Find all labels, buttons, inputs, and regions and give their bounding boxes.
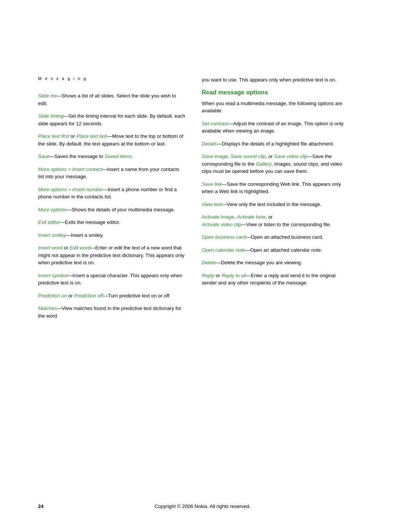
entry-slide-list: Slide list—Shows a list of all slides. S… (38, 92, 186, 107)
text-activate: —View or listen to the corresponding fil… (241, 222, 331, 227)
label-reply-to-all: Reply to all (221, 273, 246, 278)
entry-view-text: View text—View only the text included in… (202, 201, 350, 208)
label-prediction-off: Prediction off (74, 293, 103, 299)
label-slide-timing: Slide timing (38, 113, 64, 119)
entry-open-calendar-note: Open calendar note—Open an attached cale… (202, 246, 350, 254)
text-matches: —View matches found in the predictive te… (38, 305, 181, 319)
text-or-save: , or (266, 153, 274, 159)
entry-save-image: Save image, Save sound clip, or Save vid… (202, 153, 350, 175)
label-more-options: More options (38, 207, 67, 212)
label-save-sound-clip: Save sound clip (231, 153, 266, 159)
text-comma-1: , (228, 153, 231, 159)
label-place-text-first: Place text first (38, 133, 69, 139)
entry-more-options-insert-number: More options > Insert number—Insert a ph… (38, 186, 186, 201)
text-open-calendar-note: —Open an attached calendar note. (245, 247, 322, 253)
text-slide-list: —Shows a list of all slides. Select the … (38, 93, 176, 106)
text-prediction: —Turn predictive text on or off. (103, 293, 171, 299)
label-insert-word: Insert word (38, 245, 62, 251)
entry-slide-timing: Slide timing—Set the timing interval for… (38, 112, 186, 127)
label-exit-editor: Exit editor (38, 219, 60, 225)
text-comma-2: , (234, 214, 237, 220)
text-exit-editor: —Exits the message editor. (60, 219, 120, 225)
entry-continuation: you want to use. This appears only when … (202, 76, 350, 84)
section-header: M e s s a g i n g (38, 76, 186, 81)
label-activate-image: Activate image (202, 214, 234, 220)
text-or-reply: or (214, 273, 221, 278)
text-continuation: you want to use. This appears only when … (202, 77, 336, 83)
entry-set-contrast: Set contrast—Adjust the contrast of an i… (202, 120, 350, 135)
text-insert-smiley: —Insert a smiley. (66, 232, 104, 238)
text-comma-or: , or (266, 214, 273, 220)
text-intro: When you read a multimedia message, the … (202, 101, 342, 114)
label-insert-symbol: Insert symbol (38, 273, 67, 278)
entry-delete: Delete—Delete the message you are viewin… (202, 259, 350, 267)
label-more-options-insert-number: More options > Insert number (38, 187, 103, 192)
entry-exit-editor: Exit editor—Exits the message editor. (38, 219, 186, 226)
text-or-1: or (69, 133, 76, 139)
label-save-link: Save link (202, 181, 222, 187)
label-matches: Matches (38, 305, 57, 311)
entry-details: Details—Displays the details of a highli… (202, 140, 350, 148)
label-delete: Delete (202, 260, 216, 265)
left-column: M e s s a g i n g Slide list—Shows a lis… (38, 76, 186, 325)
label-insert-smiley: Insert smiley (38, 232, 66, 238)
label-edit-word: Edit word (70, 245, 90, 251)
text-open-business-card: —Open an attached business card. (246, 234, 323, 240)
entry-more-options: More options—Shows the details of your m… (38, 206, 186, 214)
label-set-contrast: Set contrast (202, 121, 228, 126)
label-activate-video-clip: Activate video clip (202, 222, 241, 227)
entry-intro: When you read a multimedia message, the … (202, 100, 350, 115)
entry-more-options-insert-contact: More options > Insert contact—Insert a n… (38, 166, 186, 181)
label-view-text: View text (202, 201, 222, 207)
entry-matches: Matches—View matches found in the predic… (38, 305, 186, 320)
label-details: Details (202, 141, 217, 147)
label-open-business-card: Open business card (202, 234, 246, 240)
page: M e s s a g i n g Slide list—Shows a lis… (0, 0, 411, 532)
label-save-video-clip: Save video clip (274, 153, 307, 159)
text-more-options: —Shows the details of your multimedia me… (67, 207, 175, 212)
right-column: you want to use. This appears only when … (202, 76, 350, 325)
entry-save: Save—Saves the message to Saved items. (38, 153, 186, 160)
text-delete: —Delete the message you are viewing. (216, 260, 302, 265)
entry-prediction: Prediction on or Prediction off—Turn pre… (38, 292, 186, 300)
text-save-link: —Save the corresponding Web link. This a… (202, 181, 341, 195)
entry-save-link: Save link—Save the corresponding Web lin… (202, 181, 350, 195)
entry-place-text: Place text first or Place text last—Move… (38, 133, 186, 147)
label-save: Save (38, 153, 49, 159)
text-save: —Saves the message to (49, 153, 105, 159)
label-reply: Reply (202, 273, 214, 278)
footer-page-number: 24 (38, 503, 43, 509)
label-saved-items: Saved items. (105, 153, 133, 159)
content-area: M e s s a g i n g Slide list—Shows a lis… (0, 0, 411, 355)
label-prediction-on: Prediction on (38, 293, 67, 299)
text-or-3: or (67, 293, 74, 299)
entry-reply: Reply or Reply to all—Enter a reply and … (202, 272, 350, 287)
text-details: —Displays the details of a highlighted f… (217, 141, 335, 147)
label-activate-tone: Activate tone (237, 214, 266, 220)
entry-insert-symbol: Insert symbol—Insert a special character… (38, 272, 186, 287)
label-slide-list: Slide list (38, 93, 56, 99)
entry-insert-smiley: Insert smiley—Insert a smiley. (38, 232, 186, 239)
footer: 24 Copyright © 2006 Nokia. All rights re… (0, 503, 411, 509)
label-place-text-last: Place text last (76, 133, 107, 139)
read-message-options-title: Read message options (202, 89, 350, 96)
text-or-2: or (62, 245, 70, 251)
label-save-image: Save image (202, 153, 228, 159)
text-view-text: —View only the text included in the mess… (222, 201, 322, 207)
entry-insert-word: Insert word or Edit word—Enter or edit t… (38, 244, 186, 267)
label-open-calendar-note: Open calendar note (202, 247, 245, 253)
entry-activate-image: Activate image, Activate tone, or Activa… (202, 213, 350, 228)
label-gallery: Gallery (256, 161, 271, 167)
entry-open-business-card: Open business card—Open an attached busi… (202, 233, 350, 241)
footer-copyright: Copyright © 2006 Nokia. All rights reser… (43, 503, 362, 509)
label-more-options-insert-contact: More options > Insert contact (38, 166, 102, 172)
